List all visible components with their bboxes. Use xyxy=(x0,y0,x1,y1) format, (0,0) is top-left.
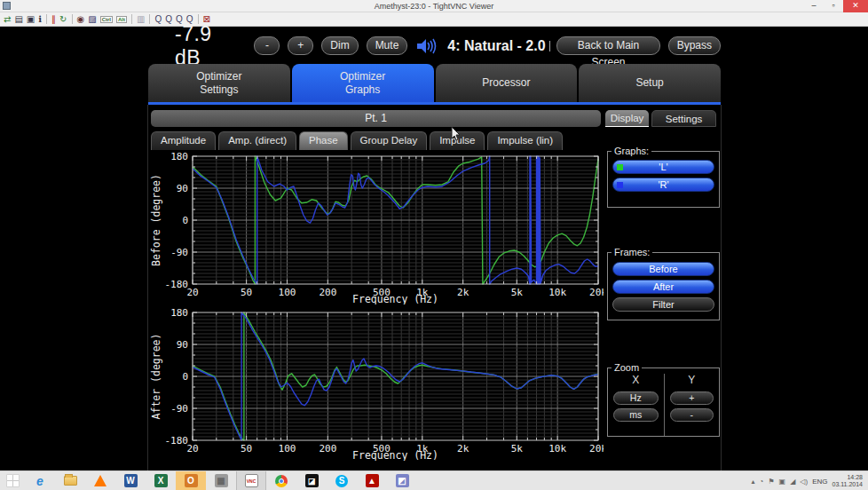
svg-text:20: 20 xyxy=(186,287,198,298)
svg-text:After (degree): After (degree) xyxy=(150,334,162,420)
tab-underline xyxy=(148,102,721,105)
new-connection-icon[interactable]: ⇄ xyxy=(4,13,11,26)
taskbar-internet-explorer[interactable]: e xyxy=(25,471,55,490)
svg-text:20k: 20k xyxy=(589,443,604,454)
taskbar-word[interactable]: W xyxy=(115,471,146,490)
tray-volume-icon[interactable]: ◁) xyxy=(800,478,808,486)
taskbar-skype[interactable]: S xyxy=(327,471,357,490)
frame-filter-button[interactable]: Filter xyxy=(612,297,714,312)
ctrl-esc-icon[interactable]: ▨ xyxy=(88,13,96,26)
speaker-icon xyxy=(415,36,438,55)
tab-optimizer-graphs[interactable]: Optimizer Graphs xyxy=(292,64,434,102)
tab-optimizer-settings[interactable]: Optimizer Settings xyxy=(148,64,290,102)
before-phase-graph: 180900-90-18020501002005001k2k5k10k20kBe… xyxy=(148,152,604,308)
taskbar-excel[interactable]: X xyxy=(146,471,176,490)
tab-amp-direct[interactable]: Amp. (direct) xyxy=(218,131,296,150)
tab-group-delay[interactable]: Group Delay xyxy=(351,131,428,150)
tray-flag-icon[interactable]: ⚑ xyxy=(768,478,774,486)
taskbar-vlc[interactable] xyxy=(85,471,115,490)
zoom-x-label: X xyxy=(613,374,659,388)
tab-amplitude[interactable]: Amplitude xyxy=(151,131,216,150)
svg-text:Frequency (Hz): Frequency (Hz) xyxy=(352,449,438,461)
svg-text:10k: 10k xyxy=(548,287,566,298)
start-button[interactable] xyxy=(0,471,25,490)
bypass-button[interactable]: Bypass xyxy=(668,36,721,55)
zoom-y-plus-button[interactable]: + xyxy=(670,391,714,405)
ctrl-alt-del-icon[interactable]: ◉ xyxy=(77,13,85,26)
tab-impulse-lin[interactable]: Impulse (lin) xyxy=(487,131,563,150)
mute-button[interactable]: Mute xyxy=(367,36,408,55)
tab-processor[interactable]: Processor xyxy=(436,64,578,102)
tab-phase[interactable]: Phase xyxy=(299,131,348,150)
tray-app-icon[interactable]: ▣ xyxy=(779,478,786,486)
zoom-y-minus-button[interactable]: - xyxy=(670,408,714,422)
chrome-icon xyxy=(275,475,288,487)
svg-text:50: 50 xyxy=(241,287,252,298)
taskbar-game[interactable]: ▦ xyxy=(206,471,236,490)
volume-minus-button[interactable]: - xyxy=(254,36,280,55)
close-button[interactable]: ✕ xyxy=(843,0,868,12)
refresh-icon[interactable]: ↻ xyxy=(59,13,67,26)
game-icon: ▦ xyxy=(215,474,228,487)
save-session-icon[interactable]: ▤ xyxy=(14,13,22,26)
tray-clock-icon[interactable]: ◔ xyxy=(760,478,764,486)
taskbar-acrobat[interactable]: ▲ xyxy=(357,471,387,490)
word-icon: W xyxy=(124,474,138,487)
dim-button[interactable]: Dim xyxy=(321,36,358,55)
window-title: Amethyst-23:0 - TightVNC Viewer xyxy=(0,2,868,11)
system-tray: ▴ ◔ ⚑ ▣ ◢ ◁) ENG 14:28 03.11.2014 xyxy=(752,471,866,490)
point-header[interactable]: Pt. 1 xyxy=(151,110,601,127)
excel-icon: X xyxy=(154,474,168,487)
photos-icon: ◪ xyxy=(305,474,319,487)
taskbar-vnc-viewer[interactable]: VNC xyxy=(236,471,266,490)
preset-caret xyxy=(549,41,550,51)
svg-text:-90: -90 xyxy=(170,247,188,258)
clock-time: 14:28 xyxy=(832,474,863,481)
file-transfer-icon[interactable]: ▥ xyxy=(137,13,145,26)
tab-display[interactable]: Display xyxy=(605,110,649,127)
network-icon[interactable]: ◢ xyxy=(790,478,795,486)
clock-date: 03.11.2014 xyxy=(832,481,863,488)
volume-plus-button[interactable]: + xyxy=(288,36,313,55)
zoom-out-icon[interactable]: Q xyxy=(165,13,172,26)
pause-icon[interactable]: ∥ xyxy=(51,13,56,26)
tray-expand-icon[interactable]: ▴ xyxy=(752,478,755,486)
ctrl-key-icon[interactable]: Ctrl xyxy=(100,16,113,23)
svg-text:50: 50 xyxy=(241,443,252,454)
tab-setup[interactable]: Setup xyxy=(579,64,721,102)
taskbar-chrome[interactable] xyxy=(266,471,296,490)
preset-label: 4: Natural - 2.0 xyxy=(447,38,545,54)
channel-r-button[interactable]: 'R' xyxy=(612,178,714,192)
right-panel-tabs: Display Settings xyxy=(605,110,716,127)
svg-text:-90: -90 xyxy=(170,403,188,415)
taskbar-lync[interactable]: ◩ xyxy=(387,471,417,490)
taskbar-outlook[interactable]: O xyxy=(176,471,206,490)
svg-text:180: 180 xyxy=(170,308,188,319)
clock[interactable]: 14:28 03.11.2014 xyxy=(832,474,866,488)
svg-text:10k: 10k xyxy=(548,443,566,454)
svg-text:180: 180 xyxy=(170,152,188,162)
connection-options-icon[interactable]: ▣ xyxy=(27,13,35,26)
skype-icon: S xyxy=(335,475,348,487)
taskbar-file-explorer[interactable] xyxy=(55,471,85,490)
vnc-toolbar: ⇄ ▤ ▣ ℹ ∥ ↻ ◉ ▨ Ctrl Alt ▥ Q Q Q Q ⊠ xyxy=(0,12,868,27)
frame-after-button[interactable]: After xyxy=(612,280,714,294)
channel-l-button[interactable]: 'L' xyxy=(612,160,714,174)
taskbar-photos[interactable]: ◪ xyxy=(296,471,327,490)
zoom-in-icon[interactable]: Q xyxy=(154,13,162,26)
svg-text:2k: 2k xyxy=(457,443,470,454)
maximize-button[interactable]: ▫ xyxy=(824,0,843,12)
zoom-ms-button[interactable]: ms xyxy=(613,408,659,422)
back-to-main-button[interactable]: Back to Main Screen xyxy=(556,36,659,55)
windows-logo-icon xyxy=(7,475,19,486)
outlook-icon: O xyxy=(185,474,198,487)
svg-text:2k: 2k xyxy=(457,287,470,298)
frame-before-button[interactable]: Before xyxy=(612,262,714,276)
alt-key-icon[interactable]: Alt xyxy=(116,16,127,23)
minimize-button[interactable]: – xyxy=(804,0,824,12)
connection-info-icon[interactable]: ℹ xyxy=(38,13,42,26)
tab-settings[interactable]: Settings xyxy=(651,110,716,127)
language-indicator[interactable]: ENG xyxy=(812,478,827,486)
zoom-hz-button[interactable]: Hz xyxy=(613,391,659,405)
svg-text:100: 100 xyxy=(279,443,296,454)
